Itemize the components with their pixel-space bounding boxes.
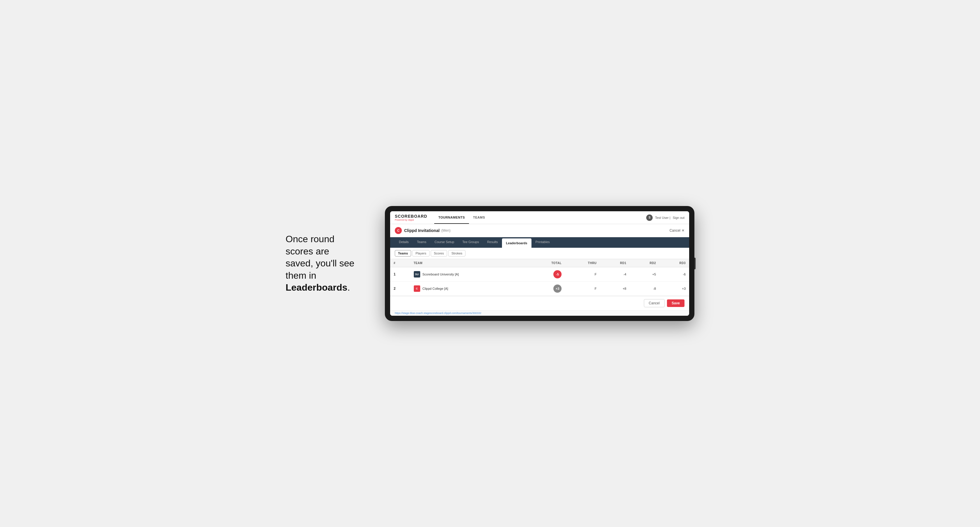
left-line1: Once round: [286, 234, 334, 244]
total-cell: +3: [527, 282, 565, 296]
tab-details[interactable]: Details: [395, 237, 413, 248]
rd2-cell: -8: [630, 282, 660, 296]
total-cell: -5: [527, 267, 565, 282]
table-row: 1 SU Scoreboard University [A] -5 F -4 +…: [390, 267, 689, 282]
filter-teams[interactable]: Teams: [395, 250, 411, 257]
app-logo: SCOREBOARD Powered by clippd: [395, 214, 427, 221]
rd1-cell: -4: [600, 267, 630, 282]
team-cell: C Clippd College [A]: [410, 282, 527, 296]
team-logo: SU: [414, 271, 420, 278]
left-bold: Leaderboards: [286, 282, 347, 293]
team-cell: SU Scoreboard University [A]: [410, 267, 527, 282]
team-name: Scoreboard University [A]: [423, 273, 459, 276]
leaderboard-content: # TEAM TOTAL THRU RD1 RD2 RD3 1 SU: [390, 259, 689, 296]
tournament-subtitle: (Men): [441, 229, 450, 233]
col-team: TEAM: [410, 259, 527, 267]
rd2-cell: +5: [630, 267, 660, 282]
nav-tournaments[interactable]: TOURNAMENTS: [434, 211, 469, 224]
nav-teams[interactable]: TEAMS: [469, 211, 489, 224]
rank-cell: 2: [390, 282, 410, 296]
tournament-icon: C: [395, 227, 402, 234]
tab-leaderboards[interactable]: Leaderboards: [502, 238, 531, 248]
col-thru: THRU: [565, 259, 600, 267]
score-badge: -5: [554, 270, 562, 278]
col-rd1: RD1: [600, 259, 630, 267]
col-rd3: RD3: [659, 259, 689, 267]
cancel-top-button[interactable]: Cancel ✕: [670, 229, 684, 233]
thru-cell: F: [565, 282, 600, 296]
bottom-bar: Cancel Save: [390, 296, 689, 310]
rd3-cell: -6: [659, 267, 689, 282]
tab-tee-groups[interactable]: Tee Groups: [458, 237, 483, 248]
left-line3: saved, you'll see: [286, 258, 355, 268]
filter-scores[interactable]: Scores: [431, 250, 447, 257]
leaderboard-table: # TEAM TOTAL THRU RD1 RD2 RD3 1 SU: [390, 259, 689, 296]
table-body: 1 SU Scoreboard University [A] -5 F -4 +…: [390, 267, 689, 296]
col-rank: #: [390, 259, 410, 267]
table-header-row: # TEAM TOTAL THRU RD1 RD2 RD3: [390, 259, 689, 267]
tab-teams[interactable]: Teams: [413, 237, 430, 248]
url-bar: https://stage-blue-coach.stagescoreboard…: [390, 310, 689, 316]
rd1-cell: +8: [600, 282, 630, 296]
tab-printables[interactable]: Printables: [531, 237, 554, 248]
tablet-screen: SCOREBOARD Powered by clippd TOURNAMENTS…: [390, 211, 689, 316]
filter-players[interactable]: Players: [412, 250, 430, 257]
col-total: TOTAL: [527, 259, 565, 267]
top-navigation: SCOREBOARD Powered by clippd TOURNAMENTS…: [390, 211, 689, 224]
left-description: Once round scores are saved, you'll see …: [286, 233, 368, 294]
team-name: Clippd College [A]: [423, 287, 448, 290]
tablet-side-button: [694, 258, 695, 269]
url-text: https://stage-blue-coach.stagescoreboard…: [395, 312, 481, 314]
logo-subtitle: Powered by clippd: [395, 219, 427, 221]
filter-strokes[interactable]: Strokes: [448, 250, 466, 257]
score-badge: +3: [554, 284, 562, 293]
table-row: 2 C Clippd College [A] +3 F +8 -8 +3: [390, 282, 689, 296]
filter-bar: Teams Players Scores Strokes: [390, 248, 689, 259]
sign-out-link[interactable]: Sign out: [673, 216, 684, 219]
left-line2: scores are: [286, 246, 329, 257]
thru-cell: F: [565, 267, 600, 282]
tournament-header: C Clippd Invitational (Men) Cancel ✕: [390, 224, 689, 237]
left-period: .: [347, 282, 350, 293]
user-avatar: S: [646, 214, 653, 221]
nav-right: S Test User | Sign out: [646, 214, 684, 221]
rank-cell: 1: [390, 267, 410, 282]
tab-results[interactable]: Results: [483, 237, 502, 248]
tablet-device: SCOREBOARD Powered by clippd TOURNAMENTS…: [385, 206, 694, 321]
left-line4: them in: [286, 270, 316, 281]
team-logo: C: [414, 286, 420, 292]
nav-links: TOURNAMENTS TEAMS: [434, 211, 489, 224]
tab-course-setup[interactable]: Course Setup: [430, 237, 458, 248]
logo-title: SCOREBOARD: [395, 214, 427, 219]
col-rd2: RD2: [630, 259, 660, 267]
user-name: Test User |: [655, 216, 670, 219]
tournament-title: Clippd Invitational: [404, 228, 439, 233]
save-button[interactable]: Save: [667, 299, 684, 307]
tab-bar: Details Teams Course Setup Tee Groups Re…: [390, 237, 689, 248]
cancel-button[interactable]: Cancel: [644, 299, 665, 307]
rd3-cell: +3: [659, 282, 689, 296]
